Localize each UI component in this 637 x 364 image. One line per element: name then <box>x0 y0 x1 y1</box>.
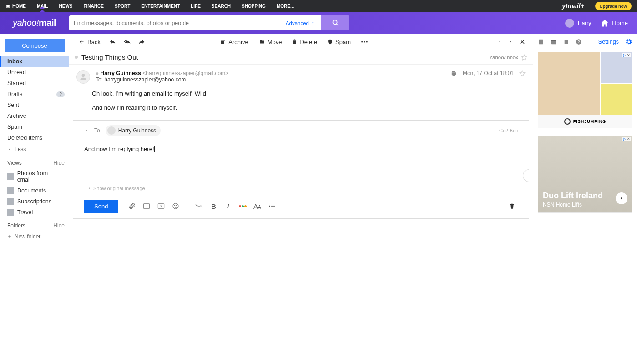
star-icon <box>521 54 527 61</box>
next-message-button[interactable] <box>506 40 515 44</box>
view-travel[interactable]: Travel <box>0 207 69 218</box>
discard-draft-button[interactable] <box>506 200 518 212</box>
ad2-title: Duo Lift Ireland <box>543 192 627 201</box>
trash-icon <box>292 39 298 45</box>
contacts-button[interactable] <box>538 39 544 45</box>
home-link[interactable]: Home <box>600 19 628 28</box>
view-documents[interactable]: Documents <box>0 185 69 196</box>
topnav-entertainment[interactable]: ENTERTAINMENT <box>141 4 180 9</box>
forward-button[interactable] <box>136 39 147 45</box>
star-message-button[interactable] <box>521 54 527 61</box>
topnav-shopping[interactable]: SHOPPING <box>242 4 266 9</box>
bold-button[interactable]: B <box>207 200 219 212</box>
font-button[interactable]: AA <box>251 200 263 212</box>
collapse-folders-toggle[interactable]: Less <box>0 143 69 155</box>
upgrade-button[interactable]: Upgrade now <box>595 2 632 10</box>
search-input[interactable] <box>74 20 286 26</box>
view-subscriptions[interactable]: Subscriptions <box>0 196 69 207</box>
topnav-more[interactable]: MORE... <box>277 4 294 9</box>
ad2-next-button[interactable] <box>616 192 627 204</box>
search-icon <box>332 19 339 27</box>
reply-all-button[interactable] <box>121 39 133 45</box>
gif-button[interactable] <box>141 200 152 212</box>
compose-button[interactable]: Compose <box>5 39 65 52</box>
mail-header: yahoo!mail Advanced Harry Home <box>0 12 637 34</box>
reply-button[interactable] <box>107 39 118 45</box>
print-button[interactable] <box>450 70 457 76</box>
emoji-button[interactable] <box>170 200 182 212</box>
advanced-search-toggle[interactable]: Advanced <box>286 20 315 26</box>
topnav-life[interactable]: LIFE <box>191 4 201 9</box>
settings-link[interactable]: Settings <box>598 39 619 45</box>
new-folder-button[interactable]: New folder <box>0 231 69 243</box>
topnav-sport[interactable]: SPORT <box>115 4 130 9</box>
folder-unread[interactable]: Unread <box>0 67 69 78</box>
attach-button[interactable] <box>126 200 138 212</box>
spam-button[interactable]: Spam <box>324 39 354 46</box>
ad-slot-2[interactable]: ▷✕ Duo Lift Ireland NSN Home Lifts <box>538 136 632 213</box>
topnav-search[interactable]: SEARCH <box>212 4 231 9</box>
hide-folders-button[interactable]: Hide <box>53 222 65 229</box>
italic-button[interactable]: I <box>222 200 234 212</box>
stationery-button[interactable] <box>155 200 167 212</box>
font-icon: AA <box>253 202 261 210</box>
avatar-icon <box>565 19 574 28</box>
sender-avatar <box>76 70 90 84</box>
search-button[interactable] <box>321 15 349 30</box>
notepad-button[interactable] <box>563 39 569 45</box>
text-color-button[interactable] <box>237 200 248 212</box>
topnav-home[interactable]: HOME <box>5 4 26 9</box>
topnav-finance[interactable]: FINANCE <box>83 4 103 9</box>
user-menu[interactable]: Harry <box>565 19 591 28</box>
topnav-news[interactable]: NEWS <box>59 4 72 9</box>
bold-icon: B <box>211 202 216 210</box>
calendar-icon <box>551 39 557 45</box>
ad-badge: ▷✕ <box>622 53 631 57</box>
sender-name: Harry Guinness <box>101 70 141 76</box>
move-button[interactable]: Move <box>255 39 286 46</box>
link-icon <box>195 204 203 208</box>
folder-spam[interactable]: Spam <box>0 121 69 132</box>
notepad-icon <box>563 39 569 45</box>
folder-inbox[interactable]: Inbox <box>0 56 69 67</box>
svg-point-2 <box>361 41 363 42</box>
send-button[interactable]: Send <box>84 200 118 213</box>
more-format-button[interactable] <box>266 200 278 212</box>
topnav-mail[interactable]: MAIL <box>37 4 48 9</box>
prev-message-button[interactable] <box>495 40 504 44</box>
right-panel: ? Settings ▷✕ FISHJUMPING ▷✕ Duo Lift Ir… <box>533 34 637 364</box>
svg-point-12 <box>177 205 177 206</box>
delete-button[interactable]: Delete <box>288 39 321 46</box>
svg-point-15 <box>273 206 275 207</box>
calendar-button[interactable] <box>551 39 557 45</box>
message-subject: Testing Things Out <box>81 53 138 61</box>
back-button[interactable]: Back <box>75 39 104 46</box>
recipient-chip[interactable]: Harry Guinness <box>106 125 161 136</box>
forward-icon <box>138 39 146 45</box>
to-label: To <box>94 127 100 134</box>
caret-down-icon <box>508 40 513 44</box>
star-message-button-2[interactable] <box>519 70 526 76</box>
settings-gear-button[interactable] <box>625 38 632 46</box>
folder-archive[interactable]: Archive <box>0 111 69 121</box>
cc-bcc-toggle[interactable]: Cc / Bcc <box>499 128 518 133</box>
reply-body-input[interactable]: And now I'm replying here! <box>73 140 529 186</box>
folder-drafts[interactable]: Drafts2 <box>0 89 69 100</box>
print-icon <box>450 70 457 76</box>
folder-starred[interactable]: Starred <box>0 78 69 89</box>
close-message-button[interactable] <box>517 39 527 45</box>
hide-views-button[interactable]: Hide <box>53 160 65 166</box>
svg-rect-16 <box>539 40 543 45</box>
svg-rect-18 <box>551 40 556 41</box>
archive-button[interactable]: Archive <box>216 39 252 46</box>
folder-deleted[interactable]: Deleted Items <box>0 132 69 143</box>
view-photos[interactable]: Photos from email <box>0 168 69 185</box>
help-button[interactable]: ? <box>576 39 582 45</box>
ad-slot-1[interactable]: ▷✕ FISHJUMPING <box>538 52 632 128</box>
expand-recipients-toggle[interactable] <box>84 128 89 133</box>
show-original-toggle[interactable]: Show original message <box>73 186 529 195</box>
more-actions-button[interactable] <box>357 41 372 43</box>
folder-sent[interactable]: Sent <box>0 100 69 111</box>
link-button[interactable] <box>193 200 205 212</box>
ad2-subtitle: NSN Home Lifts <box>543 202 627 208</box>
